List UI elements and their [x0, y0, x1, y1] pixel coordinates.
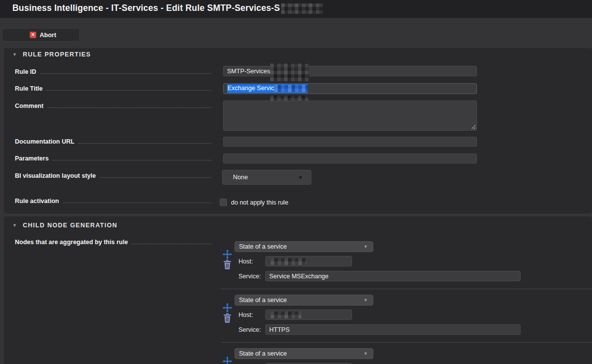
node-type-select[interactable]: State of a service ▼: [235, 348, 373, 359]
parameters-label: Parameters: [15, 155, 49, 162]
dotted-leader: [40, 73, 211, 74]
dotted-leader: [47, 90, 211, 91]
chevron-down-icon: ▼: [298, 175, 303, 180]
node-type-selected-value: State of a service: [239, 297, 287, 304]
node-type-selected-value: State of a service: [239, 350, 287, 357]
abort-button[interactable]: ✕ Abort: [2, 28, 80, 42]
host-input[interactable]: [265, 256, 352, 266]
title-redacted-block: [281, 3, 323, 14]
service-value: Service MSExchange: [269, 273, 329, 280]
rule-title-label: Rule Title: [15, 85, 43, 92]
chevron-down-icon: ▼: [363, 351, 368, 356]
section-title: CHILD NODE GENERATION: [23, 222, 118, 229]
do-not-apply-label: do not apply this rule: [231, 199, 288, 206]
dotted-leader: [48, 107, 211, 108]
parameters-label-row: Parameters: [15, 155, 212, 162]
chevron-down-icon: ▼: [363, 244, 368, 249]
delete-trash-icon[interactable]: [224, 313, 231, 325]
service-value: HTTPS: [269, 326, 290, 333]
abort-x-icon: ✕: [30, 32, 36, 38]
documentation-url-label: Documentation URL: [15, 138, 74, 145]
node-type-selected-value: State of a service: [239, 243, 287, 250]
resize-grip-icon[interactable]: [471, 124, 475, 129]
rule-id-input[interactable]: SMTP-Services-S: [223, 66, 477, 76]
rule-id-label-row: Rule ID: [15, 68, 212, 75]
dotted-leader: [63, 202, 211, 203]
rule-properties-section-toggle[interactable]: ▼ RULE PROPERTIES: [12, 51, 91, 58]
comment-textarea[interactable]: [223, 101, 477, 131]
abort-button-label: Abort: [40, 32, 56, 39]
bi-layout-label: BI visualization layout style: [15, 172, 96, 179]
parameters-input[interactable]: [223, 154, 477, 163]
nodes-list-label: Nodes that are aggregated by this rule: [15, 239, 128, 246]
host-redacted-block: [271, 258, 306, 265]
chevron-down-icon: ▼: [363, 298, 368, 303]
rule-title-label-row: Rule Title: [15, 85, 212, 92]
service-input[interactable]: HTTPS: [265, 324, 521, 335]
service-label: Service:: [238, 326, 261, 333]
node-type-select[interactable]: State of a service ▼: [235, 295, 373, 306]
dotted-leader: [100, 177, 211, 178]
rule-title-input[interactable]: Exchange Servic: [223, 83, 477, 94]
comment-label: Comment: [15, 103, 44, 109]
do-not-apply-checkbox[interactable]: [220, 199, 227, 206]
drag-move-icon[interactable]: [223, 357, 232, 364]
page-title: Business Intelligence - IT-Services - Ed…: [12, 3, 323, 14]
delete-trash-icon[interactable]: [224, 260, 231, 271]
host-redacted-block: [271, 312, 301, 318]
comment-label-row: Comment: [15, 103, 212, 109]
collapse-triangle-icon: ▼: [12, 223, 17, 228]
rule-id-label: Rule ID: [15, 68, 36, 75]
rule-title-selected-text: Exchange Servic: [227, 84, 308, 93]
rule-activation-label-row: Rule activation: [15, 198, 212, 205]
node-separator: [221, 342, 592, 343]
dotted-leader: [78, 143, 211, 144]
page-header: Business Intelligence - IT-Services - Ed…: [0, 0, 592, 18]
dotted-leader: [132, 243, 211, 244]
dotted-leader: [53, 159, 211, 160]
node-separator: [221, 289, 592, 289]
service-input[interactable]: Service MSExchange: [265, 271, 521, 281]
documentation-url-input[interactable]: [223, 137, 477, 147]
nodes-list-label-row: Nodes that are aggregated by this rule: [15, 239, 212, 246]
bi-edit-rule-page: Business Intelligence - IT-Services - Ed…: [0, 0, 592, 364]
field-values-redacted-band: [270, 63, 309, 81]
section-title: RULE PROPERTIES: [23, 51, 91, 58]
host-input[interactable]: [265, 310, 352, 320]
node-type-select[interactable]: State of a service ▼: [235, 241, 373, 252]
bi-layout-label-row: BI visualization layout style: [15, 172, 212, 179]
host-label: Host:: [238, 312, 253, 318]
documentation-url-label-row: Documentation URL: [15, 138, 212, 145]
child-node-section-toggle[interactable]: ▼ CHILD NODE GENERATION: [12, 222, 118, 229]
collapse-triangle-icon: ▼: [12, 52, 17, 57]
rule-id-value: SMTP-Services-S: [227, 68, 276, 75]
bi-layout-select[interactable]: None ▼: [222, 170, 311, 185]
rule-activation-label: Rule activation: [15, 198, 59, 205]
service-label: Service:: [238, 273, 261, 280]
bi-layout-selected-value: None: [233, 174, 248, 181]
rule-title-redacted-block: [274, 85, 308, 92]
child-node-generation-panel: ▼ CHILD NODE GENERATION Nodes that are a…: [4, 216, 592, 364]
rule-properties-panel: ▼ RULE PROPERTIES Rule ID SMTP-Services-…: [4, 48, 592, 213]
host-label: Host:: [238, 258, 253, 265]
